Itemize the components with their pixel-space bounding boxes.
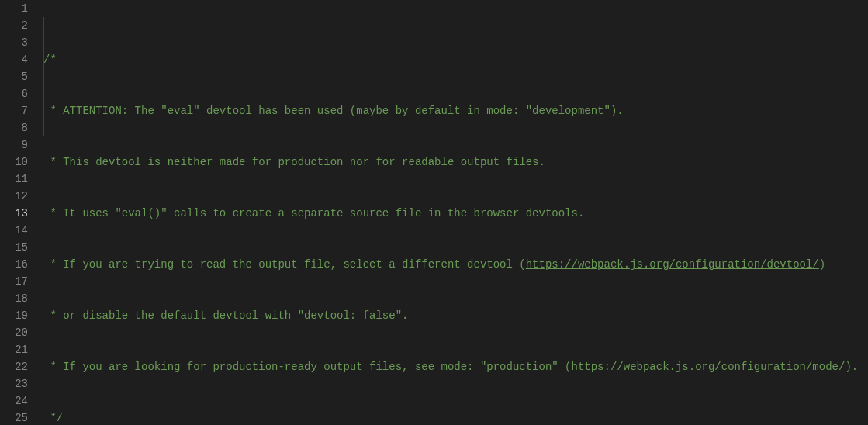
code-editor[interactable]: 1 2 3 4 5 6 7 8 9 10 11 12 13 14 15 16 1… <box>0 0 868 425</box>
code-line: * This devtool is neither made for produ… <box>43 154 868 171</box>
line-number: 22 <box>0 358 28 375</box>
line-number: 3 <box>0 34 28 51</box>
line-number: 6 <box>0 85 28 102</box>
line-number: 12 <box>0 188 28 205</box>
line-number: 7 <box>0 102 28 119</box>
line-number: 16 <box>0 256 28 273</box>
line-number: 13 <box>0 205 28 222</box>
code-line: * If you are trying to read the output f… <box>43 256 868 273</box>
line-number: 20 <box>0 324 28 341</box>
code-line: /* <box>43 51 868 68</box>
line-number: 9 <box>0 136 28 154</box>
code-line: * If you are looking for production-read… <box>43 358 868 375</box>
code-line: */ <box>43 409 868 425</box>
code-line: * ATTENTION: The "eval" devtool has been… <box>43 102 868 119</box>
line-number-gutter: 1 2 3 4 5 6 7 8 9 10 11 12 13 14 15 16 1… <box>0 0 37 425</box>
line-number: 2 <box>0 17 28 34</box>
line-number: 5 <box>0 68 28 85</box>
mode-link[interactable]: https://webpack.js.org/configuration/mod… <box>572 361 846 373</box>
line-number: 4 <box>0 51 28 68</box>
line-number: 14 <box>0 222 28 239</box>
line-number: 8 <box>0 119 28 136</box>
code-area[interactable]: /* * ATTENTION: The "eval" devtool has b… <box>37 0 868 425</box>
code-line: * or disable the default devtool with "d… <box>43 307 868 324</box>
line-number: 19 <box>0 307 28 324</box>
indent-guide <box>43 17 44 136</box>
line-number: 1 <box>0 0 28 17</box>
line-number: 15 <box>0 239 28 256</box>
code-line: * It uses "eval()" calls to create a sep… <box>43 205 868 222</box>
line-number: 18 <box>0 290 28 307</box>
devtool-link[interactable]: https://webpack.js.org/configuration/dev… <box>526 258 819 271</box>
line-number: 10 <box>0 154 28 171</box>
line-number: 23 <box>0 375 28 392</box>
line-number: 25 <box>0 409 28 425</box>
line-number: 24 <box>0 392 28 409</box>
line-number: 21 <box>0 341 28 358</box>
line-number: 17 <box>0 273 28 290</box>
line-number: 11 <box>0 171 28 188</box>
